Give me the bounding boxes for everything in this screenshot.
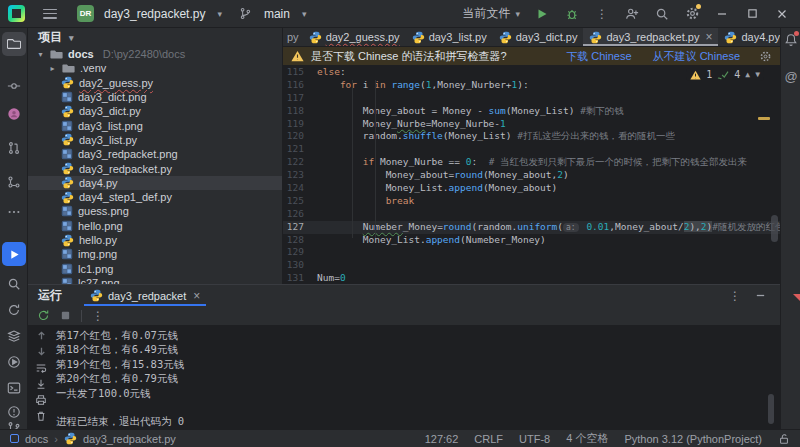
editor-scrollbar[interactable] (771, 215, 778, 242)
stop-icon[interactable] (60, 310, 71, 321)
code-line-120[interactable]: 120 random.shuffle(Money_List) #打乱这些分出来的… (283, 130, 780, 143)
tree-item-day3_redpacket.png[interactable]: day3_redpacket.png (28, 147, 282, 161)
tree-item-.venv[interactable]: ▸.venv (28, 61, 282, 75)
tree-item-day3_dict.png[interactable]: day3_dict.png (28, 90, 282, 104)
branch-name[interactable]: main (264, 7, 290, 21)
next-problem-icon[interactable]: ▼ (755, 70, 760, 79)
hide-panel-icon[interactable] (755, 290, 766, 301)
code-line-130[interactable]: 130 (283, 259, 780, 272)
close-icon[interactable]: × (705, 31, 712, 43)
tree-item-day3_dict.py[interactable]: day3_dict.py (28, 104, 282, 118)
editor-tab-day2_guess.py[interactable]: day2_guess.py (303, 28, 406, 46)
line-ending[interactable]: CRLF (474, 433, 503, 445)
tree-item-day3_list.png[interactable]: day3_list.png (28, 118, 282, 132)
run-anything-tool-icon[interactable] (6, 354, 22, 370)
tree-item-lc1.png[interactable]: lc1.png (28, 261, 282, 275)
encoding[interactable]: UTF-8 (519, 433, 550, 445)
terminal-tool-icon[interactable] (6, 380, 22, 396)
tree-item-hello.png[interactable]: hello.png (28, 219, 282, 233)
problems-tool-icon[interactable] (6, 404, 22, 420)
breadcrumb-root[interactable]: docs (25, 433, 48, 445)
inspections-widget[interactable]: 1 4 ▲ ▼ (686, 68, 764, 81)
editor-tab-day3_redpacket.py[interactable]: day3_redpacket.py× (583, 28, 718, 46)
console-options-icon[interactable]: ⋮ (92, 309, 104, 323)
services-tool-icon[interactable] (6, 328, 22, 344)
tree-item-day3_redpacket.py[interactable]: day3_redpacket.py (28, 161, 282, 175)
find-tool-icon[interactable] (6, 276, 22, 292)
scroll-to-end-icon[interactable] (34, 377, 48, 390)
tree-item-day2_guess.py[interactable]: day2_guess.py (28, 76, 282, 90)
notifications-bell-icon[interactable] (783, 32, 799, 48)
code-line-126[interactable]: 126 (283, 208, 780, 221)
run-tool-icon[interactable] (6, 246, 22, 262)
editor-tab-day3_list.py[interactable]: day3_list.py (406, 28, 493, 46)
editor-tab-py[interactable]: py (283, 28, 303, 46)
chevron-right-icon[interactable]: ▸ (48, 64, 57, 73)
commit-tool-icon[interactable] (6, 78, 22, 94)
run-tab[interactable]: day3_redpacket × (84, 285, 206, 306)
tree-item-day4.py[interactable]: day4.py (28, 176, 282, 190)
rerun-icon[interactable] (37, 309, 50, 322)
main-menu-icon[interactable] (43, 9, 57, 19)
project-tool-icon[interactable] (6, 36, 22, 52)
code-line-118[interactable]: 118 Money_about = Money - sum(Money_List… (283, 105, 780, 118)
pull-requests-tool-icon[interactable] (6, 140, 22, 156)
run-panel-title[interactable]: 运行 (38, 287, 62, 304)
project-name[interactable]: day3_redpacket.py (104, 7, 205, 21)
more-tools-icon[interactable] (6, 204, 22, 220)
search-everywhere-icon[interactable] (654, 6, 670, 22)
chevron-down-icon[interactable]: ▾ (36, 50, 45, 59)
banner-download-link[interactable]: 下载 Chinese (566, 49, 631, 64)
run-panel-options-icon[interactable]: ⋮ (729, 289, 741, 303)
code-line-128[interactable]: 128 Money_List.append(Numeber_Money) (283, 234, 780, 247)
unlock-icon[interactable] (778, 433, 790, 445)
error-stripe-mark[interactable] (758, 117, 770, 120)
tree-item-docs[interactable]: ▾docsD:\py22480\docs (28, 47, 282, 61)
clear-console-icon[interactable] (34, 409, 48, 422)
code-editor[interactable]: 115else:116 for i in range(1,Money_Nurbe… (283, 66, 780, 284)
tree-item-day4_step1_def.py[interactable]: day4_step1_def.py (28, 190, 282, 204)
close-button[interactable] (774, 6, 790, 22)
caret-position[interactable]: 127:62 (425, 433, 459, 445)
debug-button[interactable] (564, 6, 580, 22)
chevron-down-icon[interactable]: ▾ (69, 33, 74, 43)
code-line-119[interactable]: 119 Money_Nurbe=Money_Nurbe-1 (283, 118, 780, 131)
breadcrumb-file[interactable]: day3_redpacket.py (83, 433, 176, 445)
maximize-button[interactable] (744, 6, 760, 22)
scroll-up-icon[interactable] (34, 329, 48, 342)
code-with-me-icon[interactable] (624, 6, 640, 22)
python-packages-tool-icon[interactable] (6, 302, 22, 318)
print-icon[interactable] (34, 393, 48, 406)
code-line-129[interactable]: 129 (283, 246, 780, 259)
console[interactable]: 第17个红包，有0.07元钱第18个红包，有6.49元钱第19个红包，有15.8… (28, 326, 780, 430)
close-icon[interactable]: × (193, 290, 200, 302)
code-line-121[interactable]: 121 (283, 143, 780, 156)
code-line-131[interactable]: 131Num=0 (283, 272, 780, 284)
tree-item-lc27.png[interactable]: lc27.png (28, 276, 282, 284)
soft-wrap-icon[interactable] (34, 361, 48, 374)
code-line-123[interactable]: 123 Money_about=round(Money_about,2) (283, 169, 780, 182)
tree-item-hello.py[interactable]: hello.py (28, 233, 282, 247)
banner-settings-icon[interactable] (759, 50, 772, 63)
run-config-selector[interactable]: 当前文件▾ (462, 5, 520, 22)
plugin-avatar-icon[interactable] (6, 106, 22, 122)
tree-item-day3_list.py[interactable]: day3_list.py (28, 133, 282, 147)
code-line-124[interactable]: 124 Money_List.append(Money_about) (283, 182, 780, 195)
interpreter[interactable]: Python 3.12 (PythonProject) (624, 433, 762, 445)
code-line-117[interactable]: 117 (283, 92, 780, 105)
editor-tab-day4.py[interactable]: day4.py (718, 28, 780, 46)
more-actions-icon[interactable]: ⋮ (594, 6, 610, 22)
code-line-122[interactable]: 122 if Money_Nurbe == 0: # 当红包发到只剩下最后一个的… (283, 156, 780, 169)
console-scrollbar[interactable] (768, 394, 774, 424)
indent-style[interactable]: 4 个空格 (566, 431, 608, 446)
run-button[interactable] (534, 6, 550, 22)
structure-tool-icon[interactable] (6, 174, 22, 190)
tree-item-guess.png[interactable]: guess.png (28, 204, 282, 218)
prev-problem-icon[interactable]: ▲ (745, 70, 750, 79)
ai-assistant-icon[interactable]: @ (783, 68, 799, 84)
code-line-127[interactable]: 127 Numeber_Money=round(random.uniform(a… (283, 221, 780, 234)
project-badge[interactable]: DR (77, 5, 94, 22)
scroll-down-icon[interactable] (34, 345, 48, 358)
settings-icon[interactable] (684, 6, 700, 22)
tree-item-img.png[interactable]: img.png (28, 247, 282, 261)
